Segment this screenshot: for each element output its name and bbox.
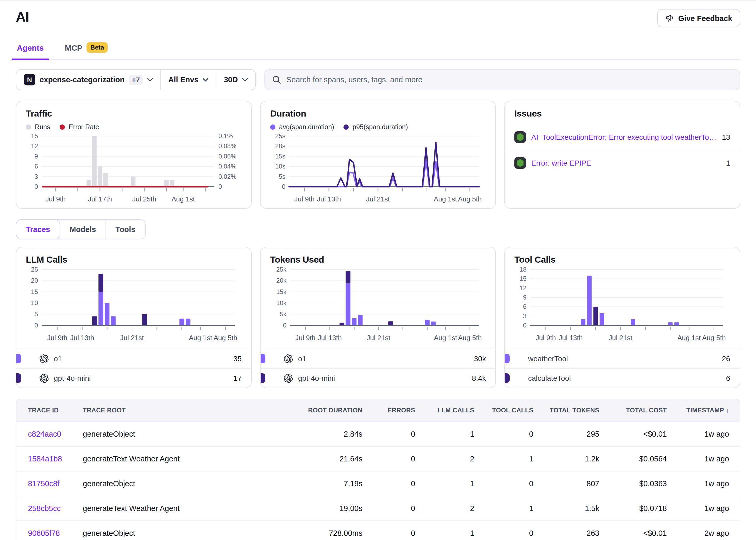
legend-p95-label: p95(span.duration) bbox=[353, 123, 408, 131]
duration-title: Duration bbox=[270, 109, 486, 119]
issue-count: 1 bbox=[726, 159, 730, 167]
column-header-tool-calls[interactable]: TOOL CALLS bbox=[479, 407, 537, 414]
overview-cards: Traffic Runs Error Rate 0030.02%60.04%90… bbox=[16, 101, 740, 209]
svg-text:0: 0 bbox=[523, 322, 527, 329]
trace-id-link[interactable]: 1584a1b8 bbox=[28, 455, 62, 463]
legend-row[interactable]: o135 bbox=[16, 348, 251, 368]
llm-calls-cell: 1 bbox=[419, 529, 479, 537]
svg-text:10: 10 bbox=[31, 299, 38, 306]
svg-text:Jul 9th: Jul 9th bbox=[536, 334, 556, 342]
tab-traces[interactable]: Traces bbox=[16, 219, 60, 239]
svg-text:12: 12 bbox=[31, 142, 38, 150]
errors-cell: 0 bbox=[367, 529, 419, 537]
table-row[interactable]: 258cb5ccgenerateText Weather Agent19.00s… bbox=[16, 496, 740, 520]
give-feedback-button[interactable]: Give Feedback bbox=[657, 9, 740, 27]
issue-row: Error: write EPIPE1 bbox=[505, 150, 740, 176]
duration-card: Duration avg(span.duration) p95(span.dur… bbox=[260, 101, 496, 209]
tab-agents[interactable]: Agents bbox=[16, 39, 45, 59]
root-duration-cell: 7.19s bbox=[303, 479, 367, 488]
series-swatch-icon bbox=[16, 373, 21, 383]
legend-avg-duration: avg(span.duration) bbox=[270, 123, 334, 131]
svg-text:Jul 17th: Jul 17th bbox=[88, 195, 112, 203]
table-row[interactable]: 1584a1b8generateText Weather Agent21.64s… bbox=[16, 446, 740, 471]
trace-id-cell[interactable]: 90605f78 bbox=[16, 529, 78, 537]
ai-dashboard-page: AI Give Feedback Agents MCP Beta N expen… bbox=[0, 1, 756, 540]
issues-card: Issues AI_ToolExecutionError: Error exec… bbox=[504, 101, 740, 209]
traffic-chart: 0030.02%60.04%90.06%120.08%150.1%Jul 9th… bbox=[26, 132, 242, 208]
tab-tools[interactable]: Tools bbox=[105, 220, 145, 239]
agent-filter-dropdown[interactable]: N expense-categorization +7 bbox=[16, 69, 160, 90]
tab-mcp-label: MCP bbox=[65, 43, 82, 52]
trace-id-link[interactable]: 90605f78 bbox=[28, 529, 60, 537]
search-icon bbox=[272, 75, 281, 84]
column-header-timestamp[interactable]: TIMESTAMP ↓ bbox=[671, 407, 740, 414]
series-total: 35 bbox=[233, 354, 241, 363]
svg-text:5: 5 bbox=[35, 311, 38, 318]
table-row[interactable]: 81750c8fgenerateObject7.19s010807$0.0363… bbox=[16, 471, 740, 496]
series-total: 26 bbox=[722, 354, 730, 363]
timestamp-value[interactable]: 1w ago bbox=[704, 430, 729, 438]
timestamp-cell: 1w ago bbox=[671, 455, 740, 463]
issue-row: AI_ToolExecutionError: Error executing t… bbox=[505, 124, 740, 150]
svg-text:Aug 1st: Aug 1st bbox=[172, 195, 195, 203]
trace-id-cell[interactable]: 258cb5cc bbox=[16, 504, 78, 513]
legend-error-rate: Error Rate bbox=[60, 123, 99, 131]
column-header-trace-id[interactable]: TRACE ID bbox=[16, 407, 78, 414]
column-header-root-duration[interactable]: ROOT DURATION bbox=[303, 407, 367, 414]
tool-calls-cell: 1 bbox=[479, 504, 537, 513]
env-filter-dropdown[interactable]: All Envs bbox=[160, 69, 216, 90]
svg-text:0.06%: 0.06% bbox=[219, 153, 236, 160]
tokens-used-title: Tokens Used bbox=[270, 255, 486, 265]
svg-text:3: 3 bbox=[523, 313, 527, 320]
table-row[interactable]: c824aac0generateObject2.84s010295<$0.011… bbox=[16, 421, 740, 446]
trace-id-link[interactable]: 81750c8f bbox=[28, 479, 59, 488]
legend-row[interactable]: gpt-4o-mini8.4k bbox=[261, 368, 495, 388]
total-tokens-cell: 295 bbox=[537, 430, 604, 438]
svg-text:Jul 13th: Jul 13th bbox=[318, 334, 342, 342]
legend-row[interactable]: o130k bbox=[261, 348, 495, 368]
traffic-title: Traffic bbox=[26, 109, 241, 119]
column-header-total-cost[interactable]: TOTAL COST bbox=[604, 407, 671, 414]
timestamp-value[interactable]: 1w ago bbox=[704, 504, 729, 513]
chevron-down-icon bbox=[242, 78, 248, 81]
column-header-total-tokens[interactable]: TOTAL TOKENS bbox=[537, 407, 604, 414]
date-range-dropdown[interactable]: 30D bbox=[216, 69, 255, 90]
errors-cell: 0 bbox=[367, 479, 419, 488]
trace-id-cell[interactable]: 1584a1b8 bbox=[16, 455, 78, 463]
timestamp-value[interactable]: 2w ago bbox=[704, 529, 729, 537]
trace-id-link[interactable]: c824aac0 bbox=[28, 430, 61, 438]
trace-id-link[interactable]: 258cb5cc bbox=[28, 504, 61, 513]
trace-id-cell[interactable]: c824aac0 bbox=[16, 430, 78, 438]
tab-mcp[interactable]: MCP Beta bbox=[64, 39, 109, 59]
total-cost-cell: <$0.01 bbox=[604, 430, 671, 438]
issue-link[interactable]: Error: write EPIPE bbox=[531, 159, 721, 167]
total-cost-cell: $0.0718 bbox=[604, 504, 671, 513]
svg-text:Aug 5th: Aug 5th bbox=[214, 334, 237, 342]
issue-link[interactable]: AI_ToolExecutionError: Error executing t… bbox=[531, 133, 717, 141]
legend-row[interactable]: calculateTool6 bbox=[505, 368, 740, 388]
svg-text:Jul 21st: Jul 21st bbox=[366, 195, 390, 203]
series-swatch-icon bbox=[505, 354, 510, 363]
column-header-errors[interactable]: ERRORS bbox=[367, 407, 419, 414]
trace-id-cell[interactable]: 81750c8f bbox=[16, 479, 78, 488]
tab-models[interactable]: Models bbox=[60, 220, 105, 239]
legend-row[interactable]: weatherTool26 bbox=[505, 348, 740, 368]
timestamp-value[interactable]: 1w ago bbox=[704, 455, 729, 463]
svg-text:20s: 20s bbox=[275, 142, 285, 150]
search-box bbox=[264, 69, 740, 90]
main-tabs: Agents MCP Beta bbox=[16, 39, 740, 60]
svg-text:Jul 9th: Jul 9th bbox=[47, 334, 68, 342]
series-name: weatherTool bbox=[528, 354, 717, 363]
search-input[interactable] bbox=[286, 75, 732, 84]
timestamp-value[interactable]: 1w ago bbox=[704, 479, 729, 488]
svg-text:15: 15 bbox=[520, 275, 527, 282]
table-row[interactable]: 90605f78generateObject728.00ms010263<$0.… bbox=[16, 520, 740, 540]
beta-badge: Beta bbox=[86, 42, 108, 53]
svg-text:6: 6 bbox=[35, 163, 38, 170]
svg-text:0: 0 bbox=[35, 322, 38, 329]
column-header-trace-root[interactable]: TRACE ROOT bbox=[78, 407, 303, 414]
openai-icon bbox=[40, 374, 49, 383]
trace-root-cell: generateObject bbox=[78, 529, 303, 537]
legend-row[interactable]: gpt-4o-mini17 bbox=[16, 368, 251, 388]
column-header-llm-calls[interactable]: LLM CALLS bbox=[419, 407, 479, 414]
